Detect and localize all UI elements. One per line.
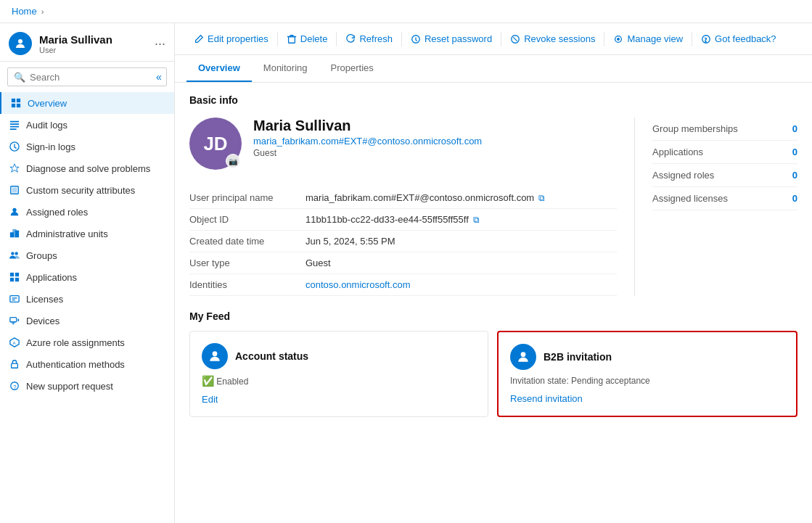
resend-invitation-link[interactable]: Resend invitation — [510, 393, 784, 404]
sidebar-item-azure-roles[interactable]: A Azure role assignments — [0, 331, 174, 353]
svg-point-42 — [213, 351, 218, 356]
delete-button[interactable]: Delete — [279, 29, 335, 49]
field-object-id: Object ID 11bb11bb-cc22-dd33-ee44-55ff55… — [189, 209, 617, 231]
svg-rect-2 — [17, 99, 20, 102]
svg-rect-3 — [12, 104, 15, 107]
sidebar-user-role: User — [39, 46, 147, 54]
groups-icon — [9, 250, 20, 261]
stat-applications: Applications 0 — [652, 141, 797, 164]
admin-units-icon — [9, 228, 20, 239]
svg-rect-24 — [12, 300, 15, 300]
user-full-name: Maria Sullivan — [253, 118, 482, 134]
tab-monitoring[interactable]: Monitoring — [252, 55, 319, 82]
user-email: maria_fabrikam.com#EXT#@contoso.onmicros… — [253, 136, 482, 147]
audit-logs-icon — [9, 119, 20, 131]
sidebar-item-label: Audit logs — [26, 120, 67, 131]
b2b-invitation-title: B2B invitation — [544, 351, 612, 363]
stat-assigned-roles: Assigned roles 0 — [652, 164, 797, 187]
svg-text:?: ? — [13, 384, 17, 390]
feed-cards: Account status ✅ Enabled Edit B2B invita… — [189, 331, 797, 417]
svg-rect-25 — [10, 318, 17, 322]
field-identities: Identities contoso.onmicrosoft.com — [189, 274, 617, 296]
sidebar-item-diagnose[interactable]: Diagnose and solve problems — [0, 157, 174, 179]
sidebar-item-custom-security[interactable]: Custom security attributes — [0, 179, 174, 201]
svg-rect-7 — [10, 126, 19, 128]
sidebar-item-label: Azure role assignments — [26, 337, 125, 348]
copy-upn-icon[interactable]: ⧉ — [538, 193, 545, 203]
revoke-sessions-button[interactable]: Revoke sessions — [503, 29, 602, 49]
account-status-edit-link[interactable]: Edit — [202, 394, 476, 405]
sidebar-item-assigned-roles[interactable]: Assigned roles — [0, 201, 174, 223]
svg-rect-4 — [17, 104, 20, 107]
field-user-type: User type Guest — [189, 252, 617, 274]
tab-bar: Overview Monitoring Properties — [175, 55, 812, 83]
azure-roles-icon: A — [9, 337, 20, 348]
account-status-card: Account status ✅ Enabled Edit — [189, 331, 488, 417]
camera-button[interactable]: 📷 — [226, 154, 240, 168]
assigned-roles-icon — [9, 206, 20, 218]
licenses-icon — [9, 293, 20, 305]
sidebar-item-label: Devices — [26, 316, 60, 326]
sidebar-item-devices[interactable]: Devices — [0, 310, 174, 331]
breadcrumb-home[interactable]: Home — [12, 6, 37, 17]
svg-rect-34 — [288, 36, 295, 43]
svg-rect-27 — [12, 323, 15, 324]
stat-assigned-licenses: Assigned licenses 0 — [652, 187, 797, 210]
reset-password-button[interactable]: Reset password — [403, 29, 499, 49]
sidebar-item-label: Custom security attributes — [26, 185, 135, 196]
sidebar-item-auth-methods[interactable]: Authentication methods — [0, 353, 174, 375]
devices-icon — [9, 315, 20, 326]
my-feed-title: My Feed — [189, 310, 797, 322]
sidebar-item-admin-units[interactable]: Administrative units — [0, 223, 174, 244]
identities-link[interactable]: contoso.onmicrosoft.com — [305, 279, 411, 290]
svg-point-17 — [15, 252, 17, 255]
search-input[interactable] — [30, 72, 152, 83]
svg-rect-23 — [12, 297, 17, 298]
toolbar-separator — [692, 32, 692, 46]
info-fields: User principal name maria_fabrikam.com#E… — [189, 187, 617, 296]
sidebar-more-button[interactable]: ··· — [155, 36, 165, 52]
sidebar-item-support[interactable]: ? New support request — [0, 375, 174, 397]
field-upn: User principal name maria_fabrikam.com#E… — [189, 187, 617, 209]
sidebar-item-overview[interactable]: Overview — [0, 92, 174, 114]
sidebar-item-audit-logs[interactable]: Audit logs — [0, 114, 174, 136]
refresh-button[interactable]: Refresh — [338, 29, 400, 49]
search-box[interactable]: 🔍 « — [7, 67, 167, 86]
tab-properties[interactable]: Properties — [319, 55, 385, 82]
breadcrumb: Home › — [12, 6, 44, 17]
manage-view-button[interactable]: Manage view — [606, 29, 690, 49]
sidebar-user-info: Maria Sullivan User — [39, 33, 147, 54]
svg-text:A: A — [12, 340, 16, 345]
sidebar-item-sign-in-logs[interactable]: Sign-in logs — [0, 136, 174, 157]
copy-objectid-icon[interactable]: ⧉ — [473, 215, 480, 225]
sidebar: Maria Sullivan User ··· 🔍 « Overview Aud… — [0, 23, 175, 523]
sidebar-item-groups[interactable]: Groups — [0, 244, 174, 266]
user-type-badge: Guest — [253, 148, 482, 158]
svg-rect-21 — [15, 278, 19, 281]
svg-rect-18 — [10, 273, 14, 276]
sidebar-item-licenses[interactable]: Licenses — [0, 288, 174, 310]
right-stats: Group memberships 0 Applications 0 Assig… — [634, 118, 797, 296]
edit-properties-button[interactable]: Edit properties — [186, 29, 276, 49]
collapse-icon[interactable]: « — [156, 71, 162, 83]
sidebar-item-applications[interactable]: Applications — [0, 266, 174, 288]
sidebar-item-label: Authentication methods — [26, 359, 125, 370]
support-icon: ? — [9, 380, 20, 392]
b2b-card-header: B2B invitation — [510, 344, 784, 370]
svg-point-0 — [18, 39, 22, 44]
feedback-button[interactable]: Got feedback? — [694, 29, 784, 49]
stat-group-memberships: Group memberships 0 — [652, 118, 797, 141]
svg-rect-5 — [10, 121, 19, 123]
account-status-avatar — [202, 343, 228, 369]
b2b-invitation-card: B2B invitation Invitation state: Pending… — [497, 331, 797, 417]
basic-info-title: Basic info — [189, 94, 797, 106]
user-details: Maria Sullivan maria_fabrikam.com#EXT#@c… — [253, 118, 482, 158]
tab-overview[interactable]: Overview — [186, 55, 252, 82]
account-status-subtitle: ✅ Enabled — [202, 375, 476, 387]
sidebar-avatar — [9, 32, 32, 55]
top-bar: Home › — [0, 0, 812, 23]
user-profile-section: JD 📷 Maria Sullivan maria_fabrikam.com#E… — [189, 118, 617, 170]
breadcrumb-separator: › — [41, 7, 44, 16]
sidebar-header: Maria Sullivan User ··· — [0, 23, 174, 62]
svg-rect-20 — [10, 278, 14, 281]
